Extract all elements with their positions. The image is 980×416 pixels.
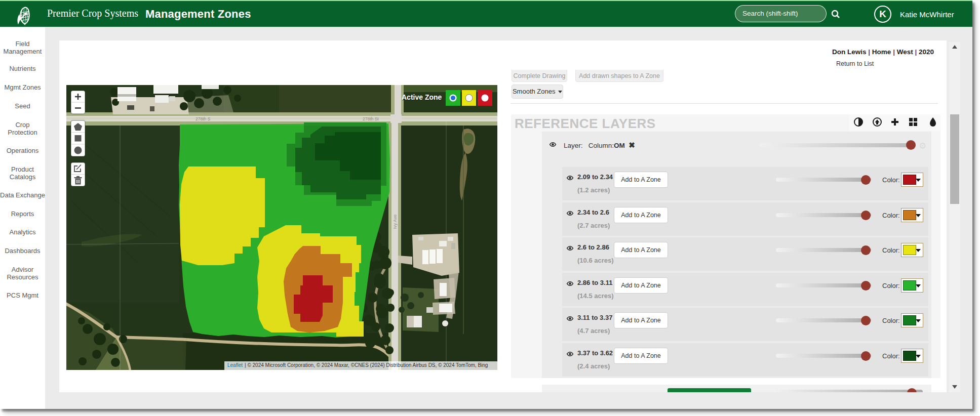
svg-text:Leaflet: Leaflet bbox=[227, 362, 243, 368]
svg-text:Active Zone: Active Zone bbox=[402, 93, 442, 101]
svg-text:| © 2024 Microsoft Corporation: | © 2024 Microsoft Corporation, © 2024 M… bbox=[245, 362, 488, 368]
svg-text:Ivy Ave: Ivy Ave bbox=[393, 215, 398, 229]
svg-text:278th S: 278th S bbox=[195, 116, 211, 121]
svg-text:278th St: 278th St bbox=[363, 116, 379, 121]
